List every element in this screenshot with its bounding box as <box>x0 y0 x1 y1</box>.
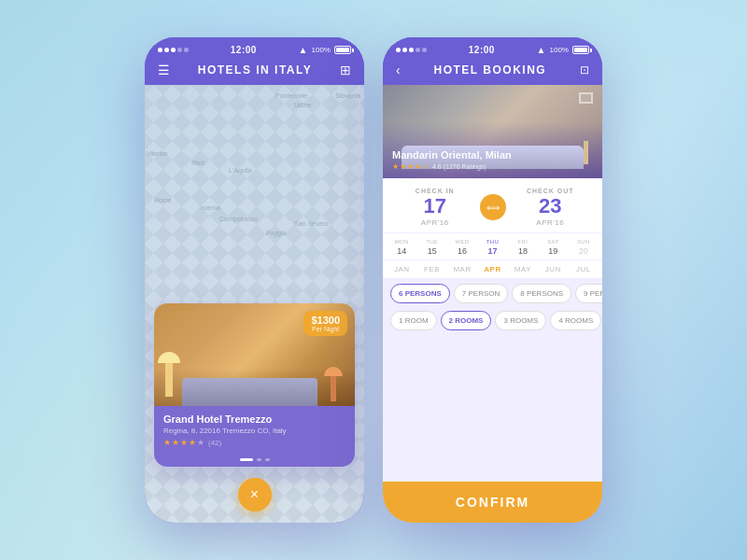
map-label-foggia: Foggia <box>266 230 286 236</box>
hero-rating-value: 4.6 (1276 Ratings) <box>432 163 486 170</box>
cal-day-sun[interactable]: Sun 20 <box>569 239 599 256</box>
checkout-month: APR'16 <box>506 218 596 227</box>
h-star-1: ★ <box>392 162 399 171</box>
cal-day-sat[interactable]: Sat 19 <box>538 239 568 256</box>
checkin-row: CHECK IN 17 APR'16 ⟺ CHECK OUT 23 APR'16 <box>383 178 602 232</box>
review-count: (42) <box>208 439 221 447</box>
price-badge: $1300 Per Night <box>303 311 347 336</box>
persons-options-section: 6 PERSONS 7 PERSON 8 PERSONS 9 PERSO... <box>383 278 602 307</box>
option-7-persons[interactable]: 7 PERSON <box>454 284 508 303</box>
star-3: ★ <box>180 438 188 447</box>
month-mar[interactable]: MAR <box>447 265 477 273</box>
month-apr[interactable]: APR <box>477 265 507 273</box>
map-label-isernia: Isernia <box>201 204 220 211</box>
star-1: ★ <box>163 438 171 447</box>
checkout-day: 23 <box>506 196 596 217</box>
cal-day-thu[interactable]: Thu 17 <box>477 239 507 256</box>
hamburger-icon[interactable]: ☰ <box>158 63 170 77</box>
battery-percent-1: 100% <box>312 46 331 54</box>
swap-dates-button[interactable]: ⟺ <box>480 194 506 220</box>
dot-b1 <box>396 48 401 52</box>
checkin-label: CHECK IN <box>390 188 480 194</box>
checkout-box: CHECK OUT 23 APR'16 <box>506 188 596 227</box>
status-bar-2: 12:00 ▲ 100% <box>383 37 602 59</box>
card-indicators <box>154 453 355 467</box>
map-label-pordenone: Pordenone <box>275 92 307 99</box>
signal-dots-2 <box>396 48 427 52</box>
status-time-2: 12:00 <box>469 45 495 55</box>
h-star-4: ★ <box>415 162 421 171</box>
month-jul[interactable]: JUL <box>569 265 599 273</box>
wifi-icon-2: ▲ <box>537 45 546 55</box>
h-star-2: ★ <box>400 162 406 171</box>
map-label-rieti: Rieti <box>191 160 204 166</box>
lamp-right <box>331 373 336 401</box>
hero-frame <box>579 92 593 104</box>
cal-day-fri[interactable]: Fri 18 <box>508 239 538 256</box>
dot3 <box>171 48 176 52</box>
ind-dot-1 <box>240 458 253 461</box>
checkin-day: 17 <box>390 196 480 217</box>
map-label-viterbo: Viterbo <box>147 150 167 157</box>
page-title-1: HOTELS IN ITALY <box>198 63 313 77</box>
hotel-stars: ★ ★ ★ ★ ★ (42) <box>163 438 345 447</box>
battery-fill-1 <box>336 48 349 52</box>
option-3-rooms[interactable]: 3 ROOMS <box>495 311 546 330</box>
dot-b5 <box>422 48 427 52</box>
dot4 <box>177 48 182 52</box>
option-4-rooms[interactable]: 4 ROOMS <box>550 311 601 330</box>
cal-day-tue[interactable]: Tue 15 <box>416 239 446 256</box>
month-may[interactable]: MAY <box>508 265 538 273</box>
hotel-address: Regina, 8, 22016 Tremezzo CO, Italy <box>163 427 345 435</box>
battery-fill-2 <box>574 48 587 52</box>
option-6-persons[interactable]: 6 PERSONS <box>390 284 450 303</box>
star-5: ★ <box>197 438 204 447</box>
page-title-2: HOTEL BOOKING <box>434 63 547 77</box>
option-2-rooms[interactable]: 2 ROOMS <box>441 311 492 330</box>
cal-day-mon[interactable]: Mon 14 <box>387 239 416 256</box>
confirm-button[interactable]: CONFIRM <box>383 482 602 523</box>
nav-bar-2: ‹ HOTEL BOOKING ⊡ <box>383 59 602 85</box>
ind-dot-2 <box>257 458 261 461</box>
hero-lamp <box>584 141 588 164</box>
dot5 <box>184 48 189 52</box>
option-9-persons[interactable]: 9 PERSO... <box>575 284 602 303</box>
back-icon[interactable]: ‹ <box>396 63 401 77</box>
option-1-room[interactable]: 1 ROOM <box>390 311 437 330</box>
hotel-card[interactable]: $1300 Per Night Grand Hotel Tremezzo Reg… <box>154 303 355 467</box>
phone-hotels-list: 12:00 ▲ 100% ☰ HOTELS IN ITALY ⊞ Pordeno… <box>145 37 364 523</box>
lamp-left <box>165 359 173 397</box>
cal-day-wed[interactable]: Wed 16 <box>447 239 477 256</box>
month-jun[interactable]: JUN <box>538 265 568 273</box>
star-4: ★ <box>189 438 196 447</box>
hotel-card-image: $1300 Per Night <box>154 303 355 406</box>
h-star-5: ★ <box>422 162 429 171</box>
battery-icon-1 <box>334 46 351 54</box>
dot-b2 <box>402 48 407 52</box>
hotel-card-info: Grand Hotel Tremezzo Regina, 8, 22016 Tr… <box>154 406 355 453</box>
month-feb[interactable]: FEB <box>416 265 446 273</box>
option-8-persons[interactable]: 8 PERSONS <box>512 284 571 303</box>
checkout-label: CHECK OUT <box>506 188 596 194</box>
map-label-sansevero: San Severo <box>294 220 329 227</box>
map-label-udine: Udine <box>294 102 311 108</box>
star-2: ★ <box>172 438 179 447</box>
status-time-1: 12:00 <box>231 45 257 55</box>
filter-icon[interactable]: ⊞ <box>340 63 351 77</box>
rooms-options-row: 1 ROOM 2 ROOMS 3 ROOMS 4 ROOMS <box>390 311 595 330</box>
hero-hotel-name: Mandarin Oriental, Milan <box>392 149 512 161</box>
dot-b3 <box>409 48 414 52</box>
battery-icon-2 <box>572 46 589 54</box>
booking-content: CHECK IN 17 APR'16 ⟺ CHECK OUT 23 APR'16… <box>383 178 602 523</box>
checkin-box: CHECK IN 17 APR'16 <box>390 188 480 227</box>
calendar-months-row: JAN FEB MAR APR MAY JUN JUL <box>383 259 602 278</box>
bookmark-icon[interactable]: ⊡ <box>580 63 589 77</box>
month-jan[interactable]: JAN <box>387 265 416 273</box>
dot-b4 <box>416 48 420 52</box>
map-label-slovenia: Slovenia <box>335 92 360 99</box>
close-button[interactable]: × <box>238 478 272 511</box>
status-right-2: ▲ 100% <box>537 45 589 55</box>
calendar-days-row: Mon 14 Tue 15 Wed 16 Thu 17 Fri 18 Sat 1… <box>383 232 602 259</box>
map-area: Pordenone Udine Slovenia Viterbo Rieti L… <box>145 85 364 523</box>
hotel-name: Grand Hotel Tremezzo <box>163 413 345 425</box>
